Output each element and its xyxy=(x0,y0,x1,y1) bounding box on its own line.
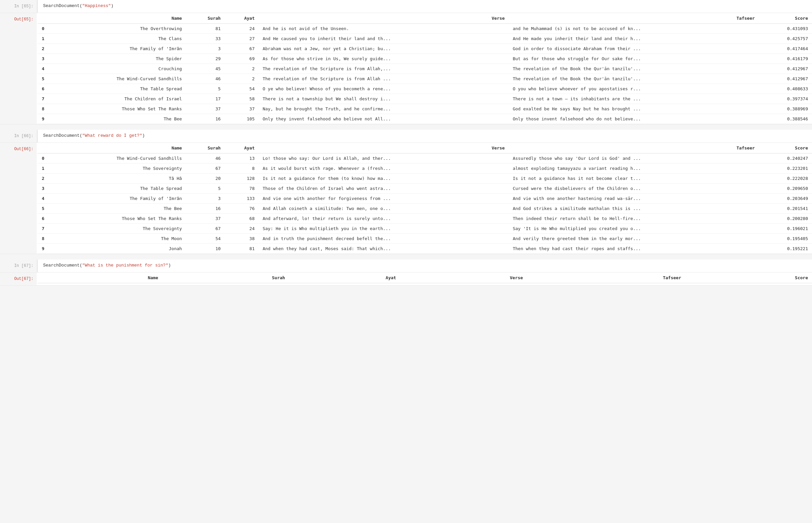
row-name: The Bee xyxy=(51,114,186,124)
row-name: Jonah xyxy=(51,244,186,254)
code-arg-67: "What is the punishment for sin?" xyxy=(82,263,168,268)
row-name: The Sovereignty xyxy=(51,163,186,174)
col-header-surah3: Surah xyxy=(162,272,289,283)
row-score: 0.195405 xyxy=(759,234,812,244)
row-verse: And in truth the punishment decreed befe… xyxy=(259,234,509,244)
row-ayat: 24 xyxy=(225,224,259,234)
row-score: 0.240247 xyxy=(759,154,812,163)
row-verse: Nay, but he brought the Truth, and he co… xyxy=(259,104,509,114)
row-ayat: 58 xyxy=(225,94,259,104)
col-header-verse3: Verse xyxy=(400,272,527,283)
row-ayat: 38 xyxy=(225,234,259,244)
row-tafseer: God in order to dissociate Abraham from … xyxy=(509,44,758,54)
row-score: 0.222028 xyxy=(759,174,812,184)
row-tafseer: and he Muhammad (s) is not to be accused… xyxy=(509,24,758,34)
row-ayat: 2 xyxy=(225,74,259,84)
cell-code-67[interactable]: SearchDocument("What is the punishment f… xyxy=(37,259,812,272)
row-tafseer: almost exploding tamayyazu a variant rea… xyxy=(509,163,758,174)
row-ayat: 54 xyxy=(225,84,259,94)
row-idx: 7 xyxy=(38,94,51,104)
col-header-score2: Score xyxy=(759,143,812,154)
row-surah: 46 xyxy=(186,74,225,84)
row-name: The Family of 'Imrân xyxy=(51,194,186,204)
row-surah: 37 xyxy=(186,214,225,224)
col-header-tafseer2: Tafseer xyxy=(509,143,758,154)
table-row: 0 The Overthrowing 81 24 And he is not a… xyxy=(38,24,812,34)
row-name: The Children of Israel xyxy=(51,94,186,104)
row-ayat: 27 xyxy=(225,34,259,44)
row-idx: 3 xyxy=(38,184,51,194)
row-name: The Moon xyxy=(51,234,186,244)
row-idx: 1 xyxy=(38,34,51,44)
row-name: The Clans xyxy=(51,34,186,44)
row-tafseer: Then indeed their return shall be to Hel… xyxy=(509,214,758,224)
row-idx: 6 xyxy=(38,84,51,94)
row-name: The Wind-Curved Sandhills xyxy=(51,154,186,163)
cell-table-67: Name Surah Ayat Verse Tafseer Score xyxy=(37,272,812,285)
table-row: 6 Those Who Set The Ranks 37 68 And afte… xyxy=(38,214,812,224)
row-ayat: 37 xyxy=(225,104,259,114)
row-surah: 5 xyxy=(186,84,225,94)
row-surah: 81 xyxy=(186,24,225,34)
row-surah: 16 xyxy=(186,204,225,214)
table-row: 8 Those Who Set The Ranks 37 37 Nay, but… xyxy=(38,104,812,114)
table-row: 8 The Moon 54 38 And in truth the punish… xyxy=(38,234,812,244)
row-idx: 9 xyxy=(38,244,51,254)
row-verse: There is not a township but We shall des… xyxy=(259,94,509,104)
col-header-ayat2: Ayat xyxy=(225,143,259,154)
row-tafseer: God exalted be He says Nay but he has br… xyxy=(509,104,758,114)
col-header-name: Name xyxy=(51,13,186,24)
row-idx: 1 xyxy=(38,163,51,174)
divider-1 xyxy=(0,124,812,130)
row-surah: 5 xyxy=(186,184,225,194)
col-header-score: Score xyxy=(759,13,812,24)
code-arg-66: "What reward do I get?" xyxy=(82,133,142,138)
row-surah: 45 xyxy=(186,64,225,74)
row-idx: 0 xyxy=(38,24,51,34)
table-row: 1 The Clans 33 27 And He caused you to i… xyxy=(38,34,812,44)
row-score: 0.408633 xyxy=(759,84,812,94)
cell-output-66: Out[66]: Name Surah Ayat Verse Tafseer S… xyxy=(0,143,812,254)
table-row: 2 Tâ Hâ 20 128 Is it not a guidance for … xyxy=(38,174,812,184)
row-verse: As for those who strive in Us, We surely… xyxy=(259,54,509,64)
row-verse: And vie one with another for forgiveness… xyxy=(259,194,509,204)
col-header-tafseer3: Tafseer xyxy=(527,272,685,283)
col-header-score3: Score xyxy=(685,272,812,283)
row-name: Those Who Set The Ranks xyxy=(51,104,186,114)
row-surah: 37 xyxy=(186,104,225,114)
cell-code-66[interactable]: SearchDocument("What reward do I get?") xyxy=(37,130,812,142)
results-table-67-header: Name Surah Ayat Verse Tafseer Score xyxy=(38,272,812,283)
row-score: 0.196021 xyxy=(759,224,812,234)
row-tafseer: The revelation of the Book the Qur'ān ta… xyxy=(509,74,758,84)
row-score: 0.412967 xyxy=(759,64,812,74)
row-tafseer: But as for those who struggle for Our sa… xyxy=(509,54,758,64)
row-tafseer: Assuredly those who say 'Our Lord is God… xyxy=(509,154,758,163)
row-name: Those Who Set The Ranks xyxy=(51,214,186,224)
row-verse: And when they had cast, Moses said: That… xyxy=(259,244,509,254)
row-tafseer: Cursed were the disbelievers of the Chil… xyxy=(509,184,758,194)
row-idx: 4 xyxy=(38,194,51,204)
table-row: 2 The Family of 'Imrân 3 67 Abraham was … xyxy=(38,44,812,54)
cell-table-65: Name Surah Ayat Verse Tafseer Score 0 Th… xyxy=(37,13,812,124)
row-ayat: 128 xyxy=(225,174,259,184)
row-verse: And afterward, lo! their return is surel… xyxy=(259,214,509,224)
col-header-ayat3: Ayat xyxy=(289,272,400,283)
row-verse: Only they invent falsehood who believe n… xyxy=(259,114,509,124)
row-idx: 3 xyxy=(38,54,51,64)
row-tafseer: Is it not a guidance has it not become c… xyxy=(509,174,758,184)
row-verse: The revelation of the Scripture is from … xyxy=(259,74,509,84)
row-score: 0.201541 xyxy=(759,204,812,214)
cell-label-out66: Out[66]: xyxy=(0,143,37,254)
row-name: The Family of 'Imrân xyxy=(51,44,186,54)
row-idx: 4 xyxy=(38,64,51,74)
row-name: Crouching xyxy=(51,64,186,74)
cell-code-65[interactable]: SearchDocument("Happiness") xyxy=(37,0,812,13)
cell-output-65: Out[65]: Name Surah Ayat Verse Tafseer S… xyxy=(0,13,812,124)
row-verse: And Allah coineth a similitude: Two men,… xyxy=(259,204,509,214)
row-idx: 8 xyxy=(38,234,51,244)
row-ayat: 81 xyxy=(225,244,259,254)
row-score: 0.416179 xyxy=(759,54,812,64)
code-func-67: SearchDocument xyxy=(43,263,79,268)
table-row: 4 Crouching 45 2 The revelation of the S… xyxy=(38,64,812,74)
col-header-idx3 xyxy=(38,272,51,283)
